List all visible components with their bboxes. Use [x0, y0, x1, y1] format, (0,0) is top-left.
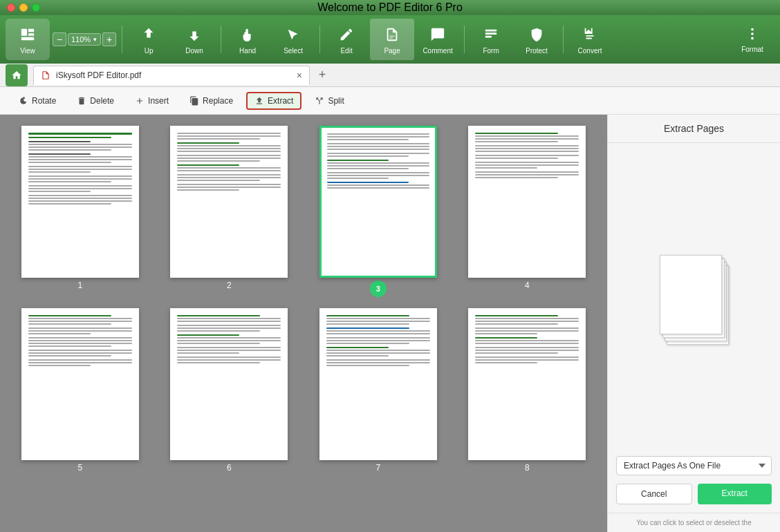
separator-4 — [464, 26, 465, 53]
page-preview-7 — [319, 308, 437, 460]
zoom-control: − 110% ▼ + — [53, 32, 116, 46]
toolbar-select[interactable]: Select — [271, 19, 315, 60]
toolbar-down[interactable]: Down — [172, 19, 216, 60]
file-tab-name: iSkysoft PDF Editor.pdf — [56, 70, 141, 80]
page-icon — [382, 25, 402, 44]
page-preview-3 — [319, 126, 437, 278]
convert-icon — [580, 25, 600, 44]
maximize-button[interactable] — [32, 3, 40, 12]
extract-mode-dropdown-container: Extract Pages As One File Extract Pages … — [616, 456, 772, 475]
tab-close-button[interactable]: × — [297, 70, 302, 81]
page-preview-5 — [21, 308, 139, 460]
cancel-button[interactable]: Cancel — [616, 484, 692, 504]
extract-confirm-button[interactable]: Extract — [698, 484, 772, 504]
svg-rect-0 — [21, 28, 27, 35]
separator-1 — [122, 26, 122, 53]
svg-point-7 — [751, 32, 754, 35]
toolbar-edit[interactable]: Edit — [324, 19, 369, 60]
page-thumb-3[interactable]: 3 — [309, 126, 447, 297]
pages-stack-preview — [608, 143, 780, 456]
page-thumb-6[interactable]: 6 — [160, 308, 299, 473]
zoom-plus-button[interactable]: + — [102, 32, 116, 46]
page-preview-6 — [170, 308, 288, 460]
select-icon — [284, 25, 303, 44]
form-icon — [481, 25, 501, 44]
tab-add-button[interactable]: + — [313, 66, 332, 85]
rotate-button[interactable]: Rotate — [11, 93, 64, 109]
zoom-minus-button[interactable]: − — [53, 32, 66, 46]
page-number-8: 8 — [525, 463, 530, 473]
main-toolbar: View − 110% ▼ + Up Down Hand — [0, 15, 780, 64]
page-preview-4 — [468, 126, 586, 278]
page-number-2: 2 — [227, 281, 232, 290]
page-number-6: 6 — [227, 463, 232, 473]
delete-button[interactable]: Delete — [69, 93, 122, 109]
view-icon — [18, 25, 37, 44]
toolbar-view[interactable]: View — [6, 19, 50, 60]
page-thumb-7[interactable]: 7 — [309, 308, 447, 473]
pages-area[interactable]: 1 — [0, 115, 607, 532]
page-thumb-1[interactable]: 1 — [11, 126, 149, 297]
stacked-pages — [660, 255, 729, 345]
format-icon — [745, 26, 760, 43]
svg-rect-2 — [28, 33, 34, 36]
replace-button[interactable]: Replace — [182, 93, 241, 109]
extract-mode-select[interactable]: Extract Pages As One File Extract Pages … — [616, 456, 772, 475]
app-title: Welcome to PDF Editor 6 Pro — [317, 1, 463, 14]
insert-button[interactable]: Insert — [127, 93, 176, 109]
toolbar-page[interactable]: Page — [370, 19, 414, 60]
comment-icon — [428, 25, 447, 44]
toolbar-protect[interactable]: Protect — [514, 19, 559, 60]
toolbar-format[interactable]: Format — [730, 19, 774, 60]
page-preview-1 — [21, 126, 139, 278]
title-bar: Welcome to PDF Editor 6 Pro — [0, 0, 780, 15]
separator-3 — [319, 26, 320, 53]
page-thumb-5[interactable]: 5 — [11, 308, 149, 473]
home-button[interactable] — [6, 64, 28, 86]
up-icon — [139, 25, 158, 44]
main-content: 1 — [0, 115, 780, 532]
right-panel: Extract Pages Extract Pages As One File … — [607, 115, 780, 532]
down-icon — [185, 25, 204, 44]
panel-title: Extract Pages — [608, 115, 780, 143]
page-thumb-2[interactable]: 2 — [160, 126, 299, 297]
svg-rect-3 — [21, 37, 34, 40]
toolbar-up[interactable]: Up — [127, 19, 171, 60]
svg-point-9 — [751, 37, 754, 39]
page-number-7: 7 — [375, 463, 380, 473]
traffic-lights — [7, 3, 40, 12]
protect-icon — [527, 25, 546, 44]
page-thumb-8[interactable]: 8 — [458, 308, 597, 473]
minimize-button[interactable] — [19, 3, 28, 12]
svg-rect-4 — [485, 29, 497, 31]
page-number-1: 1 — [77, 281, 82, 290]
svg-rect-6 — [485, 35, 492, 37]
stacked-page-1 — [660, 255, 722, 334]
separator-2 — [221, 26, 221, 53]
split-button[interactable]: Split — [307, 93, 351, 109]
separator-5 — [563, 26, 564, 53]
page-number-5: 5 — [77, 463, 82, 473]
edit-icon — [337, 25, 356, 44]
page-toolbar: Rotate Delete Insert Replace Extract Spl… — [0, 87, 780, 115]
toolbar-convert[interactable]: Convert — [568, 19, 612, 60]
page-preview-8 — [468, 308, 586, 460]
page-number-badge-3: 3 — [370, 281, 387, 297]
extract-button[interactable]: Extract — [246, 92, 301, 110]
page-thumb-4[interactable]: 4 — [458, 126, 597, 297]
zoom-value[interactable]: 110% ▼ — [68, 33, 101, 46]
panel-hint: You can click to select or deselect the — [608, 513, 780, 532]
page-number-4: 4 — [525, 281, 530, 290]
panel-actions: Cancel Extract — [608, 484, 780, 513]
svg-point-8 — [751, 28, 754, 30]
tab-bar: iSkysoft PDF Editor.pdf × + — [0, 64, 780, 87]
svg-rect-1 — [28, 28, 34, 32]
hand-icon — [238, 25, 257, 44]
file-tab[interactable]: iSkysoft PDF Editor.pdf × — [33, 66, 310, 85]
toolbar-form[interactable]: Form — [469, 19, 513, 60]
toolbar-comment[interactable]: Comment — [416, 19, 460, 60]
close-button[interactable] — [7, 3, 15, 12]
page-preview-2 — [170, 126, 288, 278]
svg-rect-5 — [485, 32, 497, 35]
toolbar-hand[interactable]: Hand — [225, 19, 270, 60]
